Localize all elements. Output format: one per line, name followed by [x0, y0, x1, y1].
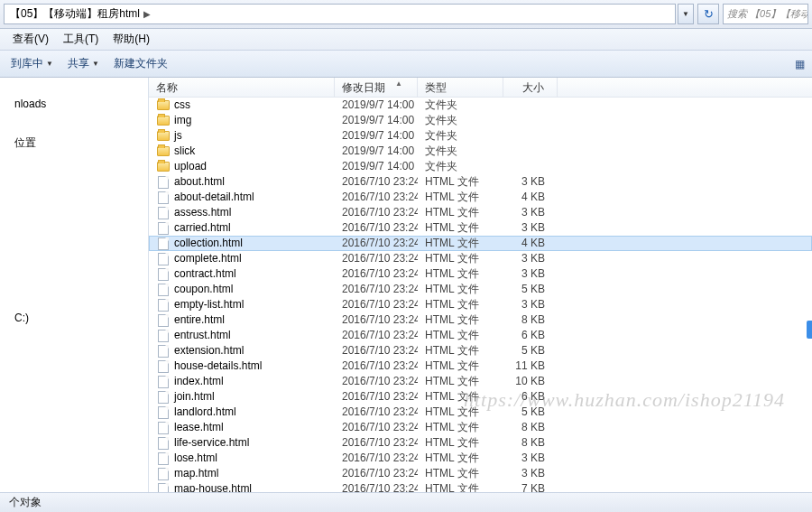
file-name-cell: entire.html: [149, 312, 335, 328]
file-row[interactable]: upload2019/9/7 14:00文件夹: [149, 159, 812, 174]
file-name-cell: upload: [149, 159, 335, 174]
file-name-cell: lose.html: [149, 451, 335, 466]
file-name-text: landlord.html: [174, 405, 236, 420]
file-row[interactable]: life-service.html2016/7/10 23:24HTML 文件8…: [149, 435, 812, 451]
file-type-cell: 文件夹: [418, 144, 503, 159]
refresh-button[interactable]: ↻: [697, 4, 719, 24]
file-name-text: entire.html: [174, 312, 225, 328]
file-list-pane[interactable]: ▲ 名称 修改日期 类型 大小 css2019/9/7 14:00文件夹img2…: [149, 78, 812, 492]
sidebar-item-drive-c[interactable]: C:): [0, 308, 148, 328]
search-input[interactable]: 搜索 【05】【移动端: [723, 4, 808, 24]
file-row[interactable]: complete.html2016/7/10 23:24HTML 文件3 KB: [149, 251, 812, 266]
file-row[interactable]: lose.html2016/7/10 23:24HTML 文件3 KB: [149, 451, 812, 466]
file-name-text: lease.html: [174, 420, 224, 435]
share-button[interactable]: 共享▼: [60, 52, 106, 75]
file-type-cell: HTML 文件: [418, 328, 503, 343]
file-name-text: index.html: [174, 374, 224, 389]
status-bar: 个对象: [0, 492, 812, 512]
file-icon: [156, 344, 171, 358]
file-row[interactable]: assess.html2016/7/10 23:24HTML 文件3 KB: [149, 205, 812, 220]
file-row[interactable]: map-house.html2016/7/10 23:24HTML 文件7 KB: [149, 481, 812, 492]
file-size-cell: 10 KB: [503, 374, 558, 389]
column-header-type[interactable]: 类型: [418, 78, 503, 97]
sidebar-item-recent[interactable]: 位置: [0, 132, 148, 154]
file-type-cell: HTML 文件: [418, 358, 503, 374]
folder-icon: [156, 114, 171, 128]
breadcrumb[interactable]: 【05】【移动端】租房html ▶: [4, 4, 676, 24]
menu-help[interactable]: 帮助(H): [106, 30, 157, 49]
file-type-cell: HTML 文件: [418, 343, 503, 358]
file-type-cell: 文件夹: [418, 98, 503, 113]
file-date-cell: 2016/7/10 23:24: [335, 251, 418, 266]
view-options-icon[interactable]: ▦: [790, 55, 808, 73]
file-type-cell: HTML 文件: [418, 312, 503, 328]
file-row[interactable]: collection.html2016/7/10 23:24HTML 文件4 K…: [149, 236, 812, 251]
navigation-pane[interactable]: nloads 位置 C:): [0, 78, 149, 492]
file-name-cell: img: [149, 113, 335, 128]
folder-icon: [156, 98, 171, 113]
file-date-cell: 2016/7/10 23:24: [335, 435, 418, 451]
file-row[interactable]: extension.html2016/7/10 23:24HTML 文件5 KB: [149, 343, 812, 358]
file-row[interactable]: entire.html2016/7/10 23:24HTML 文件8 KB: [149, 312, 812, 328]
include-in-library-button[interactable]: 到库中▼: [4, 52, 60, 75]
file-name-cell: assess.html: [149, 205, 335, 220]
file-icon: [156, 375, 171, 389]
file-row[interactable]: house-details.html2016/7/10 23:24HTML 文件…: [149, 358, 812, 374]
breadcrumb-folder: 【05】【移动端】租房html: [10, 6, 140, 22]
file-date-cell: 2016/7/10 23:24: [335, 481, 418, 492]
file-row[interactable]: contract.html2016/7/10 23:24HTML 文件3 KB: [149, 266, 812, 282]
file-row[interactable]: lease.html2016/7/10 23:24HTML 文件8 KB: [149, 420, 812, 435]
column-header-date[interactable]: 修改日期: [335, 78, 418, 97]
file-row[interactable]: empty-list.html2016/7/10 23:24HTML 文件3 K…: [149, 297, 812, 312]
file-row[interactable]: slick2019/9/7 14:00文件夹: [149, 144, 812, 159]
file-name-text: empty-list.html: [174, 297, 244, 312]
chevron-down-icon: ▼: [92, 60, 99, 68]
file-type-cell: HTML 文件: [418, 451, 503, 466]
address-bar: 【05】【移动端】租房html ▶ ▼ ↻ 搜索 【05】【移动端: [0, 0, 812, 29]
column-headers: ▲ 名称 修改日期 类型 大小: [149, 78, 812, 98]
menu-view[interactable]: 查看(V): [5, 30, 56, 49]
file-name-text: extension.html: [174, 343, 244, 358]
file-row[interactable]: entrust.html2016/7/10 23:24HTML 文件6 KB: [149, 328, 812, 343]
column-header-size[interactable]: 大小: [503, 78, 558, 97]
file-row[interactable]: coupon.html2016/7/10 23:24HTML 文件5 KB: [149, 282, 812, 297]
file-icon: [156, 390, 171, 405]
file-row[interactable]: css2019/9/7 14:00文件夹: [149, 98, 812, 113]
file-date-cell: 2016/7/10 23:24: [335, 282, 418, 297]
file-type-cell: HTML 文件: [418, 174, 503, 190]
chevron-down-icon: ▼: [46, 60, 53, 68]
file-row[interactable]: carried.html2016/7/10 23:24HTML 文件3 KB: [149, 220, 812, 236]
file-name-text: complete.html: [174, 251, 242, 266]
file-size-cell: 8 KB: [503, 420, 558, 435]
file-row[interactable]: about-detail.html2016/7/10 23:24HTML 文件4…: [149, 190, 812, 205]
file-icon: [156, 206, 171, 220]
file-row[interactable]: img2019/9/7 14:00文件夹: [149, 113, 812, 128]
folder-icon: [156, 144, 171, 159]
file-size-cell: 3 KB: [503, 174, 558, 190]
address-dropdown-button[interactable]: ▼: [678, 4, 694, 24]
file-row[interactable]: about.html2016/7/10 23:24HTML 文件3 KB: [149, 174, 812, 190]
file-type-cell: HTML 文件: [418, 481, 503, 492]
file-name-cell: house-details.html: [149, 358, 335, 374]
file-row[interactable]: join.html2016/7/10 23:24HTML 文件6 KB: [149, 389, 812, 405]
menu-tools[interactable]: 工具(T): [56, 30, 106, 49]
file-icon: [156, 267, 171, 282]
file-date-cell: 2016/7/10 23:24: [335, 343, 418, 358]
file-size-cell: 3 KB: [503, 251, 558, 266]
file-date-cell: 2016/7/10 23:24: [335, 220, 418, 236]
file-row[interactable]: index.html2016/7/10 23:24HTML 文件10 KB: [149, 374, 812, 389]
file-name-text: life-service.html: [174, 435, 249, 451]
folder-icon: [156, 129, 171, 144]
file-row[interactable]: map.html2016/7/10 23:24HTML 文件3 KB: [149, 466, 812, 481]
sidebar-item-downloads[interactable]: nloads: [0, 94, 148, 114]
file-type-cell: HTML 文件: [418, 236, 503, 251]
new-folder-button[interactable]: 新建文件夹: [106, 52, 175, 75]
scrollbar-indicator[interactable]: [807, 321, 812, 339]
column-header-name[interactable]: 名称: [149, 78, 335, 97]
file-type-cell: HTML 文件: [418, 251, 503, 266]
file-date-cell: 2016/7/10 23:24: [335, 405, 418, 420]
file-row[interactable]: js2019/9/7 14:00文件夹: [149, 128, 812, 144]
file-row[interactable]: landlord.html2016/7/10 23:24HTML 文件5 KB: [149, 405, 812, 420]
file-size-cell: 5 KB: [503, 343, 558, 358]
file-name-cell: empty-list.html: [149, 297, 335, 312]
